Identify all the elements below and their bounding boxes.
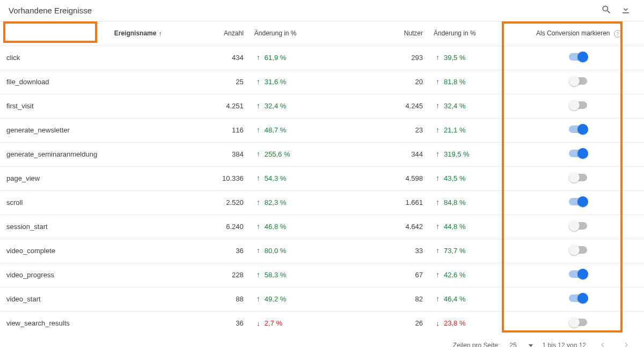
cell-conversion	[514, 46, 644, 70]
col-header-users[interactable]: Nutzer	[334, 21, 429, 46]
cell-event-name: generate_newsletter	[0, 118, 169, 142]
event-name-link[interactable]: session_start	[6, 223, 48, 231]
event-name-link[interactable]: click	[6, 54, 20, 62]
conversion-toggle[interactable]	[569, 124, 588, 135]
events-table: Ereignisname ↑ Anzahl Änderung in % Nutz…	[0, 21, 644, 335]
change-count-value: 48,7 %	[265, 126, 286, 134]
conversion-toggle[interactable]	[569, 317, 588, 328]
col-header-change-count[interactable]: Änderung in %	[250, 21, 334, 46]
arrow-up-icon: ↑	[436, 102, 440, 109]
event-name-link[interactable]: video_start	[6, 295, 41, 303]
next-page-button[interactable]	[619, 338, 633, 347]
change-users-value: 21,1 %	[444, 126, 465, 134]
cell-change-users: ↑46,4 %	[429, 287, 514, 311]
search-button[interactable]	[597, 1, 616, 20]
rows-per-page-label: Zeilen pro Seite:	[453, 342, 500, 347]
arrow-up-icon: ↑	[436, 247, 440, 254]
col-header-conversion: Als Conversion markieren ?	[514, 21, 644, 46]
cell-change-users: ↑43,5 %	[429, 166, 514, 190]
table-row: scroll2.520↑82,3 %1.661↑84,8 %	[0, 190, 644, 215]
change-users-value: 43,5 %	[444, 174, 465, 182]
arrow-up-icon: ↑	[436, 223, 440, 230]
cell-change-count: ↑46,8 %	[250, 215, 334, 239]
conversion-toggle[interactable]	[569, 148, 588, 159]
cell-conversion	[514, 215, 644, 239]
event-name-link[interactable]: generate_newsletter	[6, 126, 70, 134]
cell-users: 344	[334, 142, 429, 166]
arrow-down-icon: ↓	[436, 320, 440, 327]
cell-change-users: ↑44,8 %	[429, 215, 514, 239]
cell-event-name: session_start	[0, 215, 169, 239]
help-icon[interactable]: ?	[614, 30, 621, 38]
conversion-toggle[interactable]	[569, 51, 588, 62]
conversion-toggle[interactable]	[569, 76, 588, 86]
cell-count: 2.520	[169, 190, 250, 215]
cell-change-count: ↑31,6 %	[250, 70, 334, 94]
arrow-up-icon: ↑	[257, 78, 260, 85]
arrow-up-icon: ↑	[257, 295, 260, 302]
table-row: click434↑61,9 %293↑39,5 %	[0, 46, 644, 70]
cell-change-count: ↓2,7 %	[250, 311, 334, 335]
change-count-value: 49,2 %	[265, 295, 286, 303]
cell-users: 82	[334, 287, 429, 311]
col-header-change-users[interactable]: Änderung in %	[429, 21, 514, 46]
cell-change-users: ↑84,8 %	[429, 190, 514, 215]
download-button[interactable]	[616, 1, 635, 20]
col-header-count[interactable]: Anzahl	[169, 21, 250, 46]
rows-per-page-select[interactable]: 25	[509, 342, 532, 347]
rows-per-page-value: 25	[509, 342, 516, 347]
cell-conversion	[514, 118, 644, 142]
arrow-up-icon: ↑	[436, 295, 440, 302]
event-name-link[interactable]: page_view	[6, 174, 40, 182]
cell-count: 25	[169, 70, 250, 94]
arrow-up-icon: ↑	[436, 78, 440, 85]
cell-count: 36	[169, 311, 250, 335]
arrow-up-icon: ↑	[257, 54, 260, 61]
conversion-toggle[interactable]	[569, 293, 588, 304]
event-name-link[interactable]: generate_seminaranmeldung	[6, 150, 97, 158]
table-row: page_view10.336↑54,3 %4.598↑43,5 %	[0, 166, 644, 190]
event-name-link[interactable]: file_download	[6, 78, 49, 86]
arrow-up-icon: ↑	[257, 271, 260, 278]
change-count-value: 255,6 %	[265, 150, 290, 158]
event-name-link[interactable]: view_search_results	[6, 319, 70, 327]
cell-change-users: ↑319,5 %	[429, 142, 514, 166]
conversion-toggle[interactable]	[569, 196, 588, 207]
event-name-link[interactable]: video_complete	[6, 247, 55, 255]
dropdown-caret-icon	[529, 344, 533, 347]
cell-event-name: generate_seminaranmeldung	[0, 142, 169, 166]
arrow-down-icon: ↓	[257, 320, 260, 327]
conversion-toggle[interactable]	[569, 220, 588, 231]
cell-conversion	[514, 190, 644, 215]
event-name-link[interactable]: first_visit	[6, 102, 34, 110]
cell-count: 434	[169, 46, 250, 70]
change-count-value: 46,8 %	[265, 223, 286, 231]
cell-change-count: ↑255,6 %	[250, 142, 334, 166]
arrow-up-icon: ↑	[436, 150, 440, 158]
cell-conversion	[514, 263, 644, 287]
col-header-name[interactable]: Ereignisname ↑	[0, 21, 169, 46]
conversion-toggle[interactable]	[569, 172, 588, 183]
cell-users: 293	[334, 46, 429, 70]
conversion-toggle[interactable]	[569, 100, 588, 110]
change-users-value: 84,8 %	[444, 198, 465, 206]
table-row: generate_newsletter116↑48,7 %23↑21,1 %	[0, 118, 644, 142]
cell-change-count: ↑32,4 %	[250, 94, 334, 118]
change-users-value: 73,7 %	[444, 247, 465, 255]
arrow-up-icon: ↑	[436, 54, 440, 61]
arrow-up-icon: ↑	[436, 126, 440, 134]
prev-page-button[interactable]	[596, 338, 610, 347]
change-users-value: 23,8 %	[444, 319, 465, 327]
cell-conversion	[514, 287, 644, 311]
cell-users: 33	[334, 239, 429, 263]
cell-users: 1.661	[334, 190, 429, 215]
change-count-value: 58,3 %	[265, 271, 286, 279]
event-name-link[interactable]: video_progress	[6, 271, 54, 279]
conversion-toggle[interactable]	[569, 269, 588, 279]
cell-event-name: video_progress	[0, 263, 169, 287]
table-row: video_start88↑49,2 %82↑46,4 %	[0, 287, 644, 311]
conversion-toggle[interactable]	[569, 245, 588, 255]
cell-event-name: file_download	[0, 70, 169, 94]
event-name-link[interactable]: scroll	[6, 198, 23, 206]
cell-count: 88	[169, 287, 250, 311]
